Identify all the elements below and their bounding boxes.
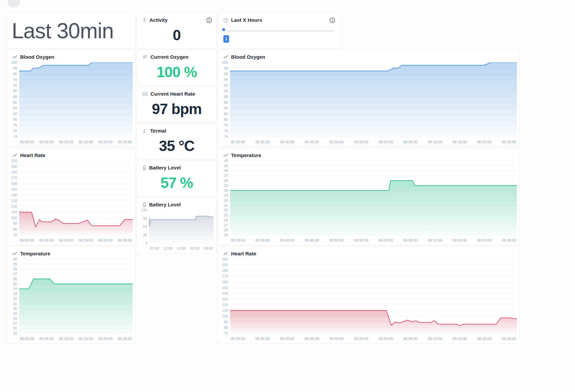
- chart-title: Blood Oxygen: [231, 54, 265, 60]
- clock-icon: [223, 18, 228, 23]
- activity-card: Activity 0: [137, 13, 217, 49]
- chart-title: Blood Oxygen: [20, 54, 54, 60]
- avatar[interactable]: [7, 0, 20, 7]
- card-title-row: Current Heart Rate: [137, 87, 216, 99]
- chart-title: Heart Rate: [231, 251, 256, 256]
- card-title-row: Termal: [137, 124, 216, 136]
- heart-rate-card-30min: Heart Rate 20019018017016015014013012011…: [7, 148, 136, 245]
- chart-plot-area[interactable]: [19, 161, 133, 235]
- battery-level-chart: 1209060300 07:0012:0017:0022:0003:00: [137, 210, 214, 250]
- chart-title: Battery Level: [149, 202, 181, 207]
- heart-rate-card-hours: Heart Rate 20019018017016015014013012011…: [218, 246, 520, 344]
- card-title-row: Temperature: [7, 247, 135, 258]
- slider-track[interactable]: [223, 30, 335, 32]
- chart-plot-area[interactable]: [149, 210, 214, 243]
- battery-icon: [142, 165, 146, 170]
- card-label: Current Heart Rate: [150, 91, 195, 97]
- card-label: Last X Hours: [231, 17, 262, 23]
- heart-rate-chart-hours: 200190180170160150140130120110100908070 …: [218, 259, 517, 341]
- activity-value: 0: [173, 27, 180, 44]
- blood-oxygen-chart-hours: 10098969492908886848280787674 05:30:0005…: [218, 62, 517, 144]
- card-label: Termal: [150, 128, 166, 134]
- current-oxygen-value: 100 %: [157, 64, 197, 81]
- current-heart-rate-card: Current Heart Rate 97 bpm: [137, 87, 217, 122]
- molecule-icon: [142, 54, 148, 60]
- x-axis-labels: 06:00:0006:05:0006:10:0006:15:0006:20:00…: [19, 235, 133, 242]
- chart-plot-area[interactable]: [230, 259, 517, 333]
- chart-title: Heart Rate: [20, 153, 45, 158]
- line-chart-icon: [12, 55, 17, 60]
- heart-rate-chart-30min: 200190180170160150140130120110100908070 …: [7, 161, 133, 242]
- person-icon: [142, 18, 147, 23]
- x-axis-labels: 05:30:0005:35:0005:40:0005:45:0005:50:00…: [230, 333, 517, 341]
- line-chart-icon: [223, 55, 228, 60]
- temperature-chart-hours: 40393837363534333231302928272625 05:30:0…: [218, 161, 517, 242]
- y-axis-labels: 10098969492908886848280787674: [218, 62, 230, 137]
- termal-card: Termal 35 °C: [137, 124, 217, 159]
- line-chart-icon: [223, 251, 228, 256]
- battery-level-card: Battery Level 57 %: [137, 160, 217, 196]
- chart-title: Temperature: [231, 153, 261, 158]
- line-chart-icon: [223, 153, 228, 158]
- chart-plot-area[interactable]: [19, 259, 133, 333]
- x-axis-labels: 06:00:0006:05:0006:10:0006:15:0006:20:00…: [19, 137, 133, 144]
- slider-handle[interactable]: [222, 28, 225, 31]
- dashboard: Last 30min Blood Oxygen 1009896949290888…: [7, 13, 520, 344]
- current-oxygen-card: Current Oxygen 100 %: [137, 50, 217, 86]
- battery-chart-card: Battery Level 1209060300 07:0012:0017:00…: [137, 197, 217, 253]
- temperature-chart-30min: 40393837363534333231302928272625 06:00:0…: [7, 259, 133, 341]
- right-column: Last X Hours 1 Blood Oxygen 100989694929…: [218, 13, 520, 344]
- chart-plot-area[interactable]: [230, 62, 517, 137]
- stat-body: 35 °C: [137, 136, 216, 159]
- line-chart-icon: [12, 251, 17, 256]
- middle-column: Activity 0 Current Oxygen 100 %: [137, 13, 217, 253]
- card-title-row: Blood Oxygen: [7, 50, 135, 62]
- line-chart-icon: [12, 153, 17, 158]
- info-icon[interactable]: [329, 17, 335, 23]
- temperature-card-30min: Temperature 4039383736353433323130292827…: [7, 246, 136, 344]
- stat-body: 0: [137, 25, 216, 48]
- x-axis-labels: 07:0012:0017:0022:0003:00: [149, 243, 214, 250]
- card-title-row: Last X Hours: [218, 13, 340, 25]
- x-axis-labels: 05:30:0005:35:0005:40:0005:45:0005:50:00…: [230, 137, 517, 144]
- thermometer-icon: [142, 128, 147, 134]
- card-title-row: Temperature: [218, 148, 520, 160]
- hours-slider: 1: [218, 25, 340, 43]
- battery-level-value: 57 %: [161, 175, 193, 191]
- chart-plot-area[interactable]: [230, 161, 517, 235]
- slider-value-badge: 1: [223, 35, 229, 43]
- time-range-title-card: Last 30min: [7, 13, 136, 49]
- card-label: Current Oxygen: [150, 54, 188, 60]
- card-title-row: Blood Oxygen: [218, 50, 520, 62]
- y-axis-labels: 40393837363534333231302928272625: [218, 161, 230, 235]
- card-title-row: Heart Rate: [7, 148, 135, 160]
- info-icon[interactable]: [206, 17, 212, 23]
- blood-oxygen-card-30min: Blood Oxygen 100989694929088868482807876…: [7, 50, 136, 147]
- stat-body: 57 %: [137, 173, 216, 196]
- chart-title: Temperature: [20, 251, 50, 256]
- x-axis-labels: 06:00:0006:05:0006:10:0006:15:0006:20:00…: [19, 333, 133, 341]
- blood-oxygen-chart-30min: 10098969492908886848280787674 06:00:0006…: [7, 62, 133, 144]
- y-axis-labels: 1209060300: [137, 210, 149, 243]
- y-axis-labels: 40393837363534333231302928272625: [7, 259, 19, 333]
- card-label: Battery Level: [149, 165, 181, 170]
- blood-oxygen-card-hours: Blood Oxygen 100989694929088868482807876…: [218, 50, 520, 147]
- stat-body: 100 %: [137, 62, 216, 85]
- temperature-card-hours: Temperature 4039383736353433323130292827…: [218, 148, 520, 245]
- battery-icon: [142, 202, 146, 207]
- card-label: Activity: [149, 17, 168, 23]
- last-x-hours-card: Last X Hours 1: [218, 13, 340, 49]
- stat-body: 97 bpm: [137, 99, 216, 122]
- termal-value: 35 °C: [159, 138, 194, 154]
- chart-plot-area[interactable]: [19, 62, 133, 137]
- y-axis-labels: 10098969492908886848280787674: [7, 62, 19, 137]
- page-title: Last 30min: [12, 18, 135, 43]
- y-axis-labels: 200190180170160150140130120110100908070: [7, 161, 19, 235]
- card-title-row: Current Oxygen: [137, 50, 216, 62]
- card-title-row: Battery Level: [137, 161, 216, 173]
- x-axis-labels: 05:30:0005:35:0005:40:0005:45:0005:50:00…: [230, 235, 517, 242]
- card-title-row: Activity: [137, 13, 216, 25]
- y-axis-labels: 200190180170160150140130120110100908070: [218, 259, 230, 333]
- current-heart-rate-value: 97 bpm: [152, 101, 202, 117]
- card-title-row: Battery Level: [137, 198, 216, 209]
